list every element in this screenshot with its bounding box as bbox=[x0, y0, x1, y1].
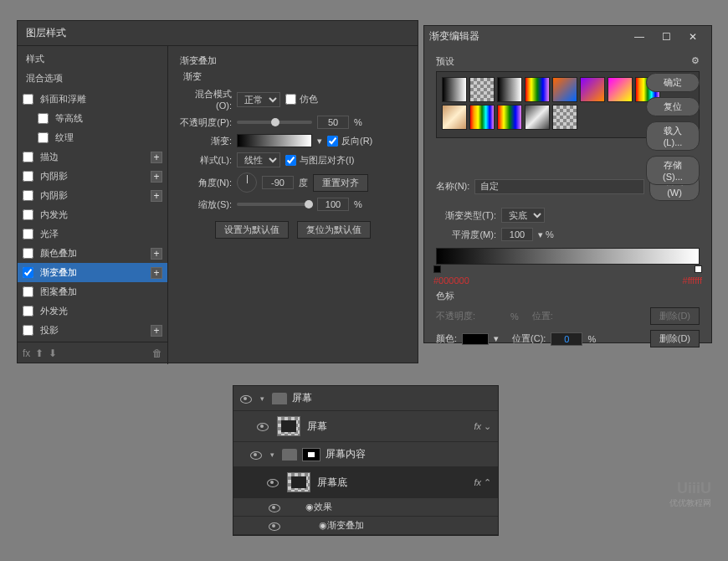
style-item[interactable]: 外发光 bbox=[18, 301, 167, 321]
style-item[interactable]: 内阴影+ bbox=[18, 186, 167, 205]
style-item[interactable]: 颜色叠加+ bbox=[18, 244, 167, 263]
preset-swatch[interactable] bbox=[497, 77, 522, 102]
add-effect-icon[interactable]: + bbox=[151, 325, 162, 337]
layer-item[interactable]: 屏幕 fx ⌄ bbox=[233, 411, 498, 442]
load-button[interactable]: 载入(L)... bbox=[646, 121, 700, 151]
minimize-icon[interactable]: — bbox=[626, 31, 653, 43]
preset-swatch[interactable] bbox=[552, 105, 577, 130]
visibility-icon[interactable] bbox=[267, 476, 279, 488]
scale-input[interactable] bbox=[317, 198, 349, 211]
style-checkbox[interactable] bbox=[23, 267, 33, 278]
ok-button[interactable]: 确定 bbox=[646, 73, 700, 92]
effects-row[interactable]: ◉ 效果 bbox=[233, 498, 498, 517]
style-checkbox[interactable] bbox=[23, 171, 33, 182]
color-stop-right[interactable] bbox=[695, 265, 702, 273]
color-stop-left[interactable] bbox=[433, 265, 441, 273]
style-item[interactable]: 斜面和浮雕 bbox=[18, 90, 167, 109]
layer-folder[interactable]: ▾ 屏幕 bbox=[233, 386, 498, 411]
close-icon[interactable]: ✕ bbox=[679, 31, 706, 43]
add-effect-icon[interactable]: + bbox=[151, 171, 162, 183]
style-checkbox[interactable] bbox=[23, 325, 33, 336]
style-item[interactable]: 纹理 bbox=[18, 128, 167, 147]
blend-options[interactable]: 混合选项 bbox=[18, 69, 167, 90]
down-icon[interactable]: ⬇ bbox=[49, 347, 57, 359]
reverse-checkbox[interactable] bbox=[327, 136, 338, 147]
fx-badge[interactable]: fx ⌃ bbox=[474, 477, 491, 488]
reset-default-button[interactable]: 复位为默认值 bbox=[297, 221, 371, 239]
presets-menu-icon[interactable]: ⚙ bbox=[691, 55, 700, 68]
style-checkbox[interactable] bbox=[23, 306, 33, 317]
make-default-button[interactable]: 设置为默认值 bbox=[215, 221, 289, 239]
style-item[interactable]: 内发光 bbox=[18, 205, 167, 224]
style-checkbox[interactable] bbox=[23, 229, 33, 239]
style-checkbox[interactable] bbox=[38, 113, 49, 124]
layer-folder[interactable]: ▾ 屏幕内容 bbox=[233, 442, 498, 467]
blend-mode-select[interactable]: 正常 bbox=[237, 92, 280, 107]
styles-header: 样式 bbox=[18, 46, 167, 69]
reset-button[interactable]: 复位 bbox=[646, 97, 700, 116]
delete-color-button[interactable]: 删除(D) bbox=[650, 330, 700, 347]
opacity-input[interactable] bbox=[317, 116, 349, 129]
smooth-input[interactable] bbox=[501, 228, 533, 241]
preset-swatch[interactable] bbox=[525, 77, 550, 102]
preset-swatch[interactable] bbox=[608, 77, 633, 102]
style-checkbox[interactable] bbox=[23, 190, 33, 201]
gradient-edit-bar[interactable]: #000000 #ffffff bbox=[436, 248, 700, 265]
fx-icon[interactable]: fx bbox=[23, 347, 30, 359]
angle-dial[interactable] bbox=[237, 172, 257, 193]
style-select[interactable]: 线性 bbox=[237, 152, 280, 167]
add-effect-icon[interactable]: + bbox=[151, 190, 162, 202]
preset-swatch[interactable] bbox=[552, 77, 577, 102]
align-checkbox[interactable] bbox=[285, 155, 296, 166]
style-item[interactable]: 描边+ bbox=[18, 147, 167, 167]
disclosure-icon[interactable]: ▾ bbox=[270, 450, 279, 459]
type-select[interactable]: 实底 bbox=[501, 208, 545, 223]
visibility-icon[interactable] bbox=[269, 520, 280, 532]
scale-slider[interactable] bbox=[237, 203, 312, 206]
effect-item[interactable]: ◉ 渐变叠加 bbox=[233, 517, 498, 535]
preset-swatch[interactable] bbox=[442, 77, 467, 102]
add-effect-icon[interactable]: + bbox=[151, 152, 162, 163]
visibility-icon[interactable] bbox=[269, 502, 280, 513]
add-effect-icon[interactable]: + bbox=[151, 248, 162, 260]
preset-swatch[interactable] bbox=[525, 105, 550, 130]
name-input[interactable] bbox=[474, 179, 644, 194]
preset-swatch[interactable] bbox=[442, 105, 467, 130]
dither-checkbox[interactable] bbox=[285, 94, 296, 105]
position-input[interactable] bbox=[551, 332, 582, 346]
visibility-icon[interactable] bbox=[250, 449, 262, 461]
folder-icon bbox=[282, 449, 297, 461]
style-item[interactable]: 等高线 bbox=[18, 109, 167, 128]
gradient-preview[interactable] bbox=[237, 134, 312, 147]
angle-input[interactable] bbox=[262, 176, 294, 189]
style-item[interactable]: 光泽 bbox=[18, 224, 167, 244]
reset-align-button[interactable]: 重置对齐 bbox=[313, 174, 368, 192]
delete-stop-button[interactable]: 删除(D) bbox=[650, 307, 700, 325]
preset-swatch[interactable] bbox=[497, 105, 522, 130]
style-item[interactable]: 内阴影+ bbox=[18, 167, 167, 186]
style-item[interactable]: 图案叠加 bbox=[18, 282, 167, 301]
style-checkbox[interactable] bbox=[23, 94, 33, 105]
up-icon[interactable]: ⬆ bbox=[35, 347, 44, 359]
opacity-slider[interactable] bbox=[237, 121, 312, 124]
style-checkbox[interactable] bbox=[23, 248, 33, 259]
style-checkbox[interactable] bbox=[23, 152, 33, 162]
preset-swatch[interactable] bbox=[580, 77, 605, 102]
preset-swatch[interactable] bbox=[469, 105, 495, 130]
trash-icon[interactable]: 🗑 bbox=[152, 347, 162, 359]
save-button[interactable]: 存储(S)... bbox=[646, 156, 700, 185]
style-item[interactable]: 投影+ bbox=[18, 321, 167, 340]
visibility-icon[interactable] bbox=[240, 393, 252, 404]
maximize-icon[interactable]: ☐ bbox=[653, 31, 679, 43]
visibility-icon[interactable] bbox=[257, 420, 269, 432]
style-checkbox[interactable] bbox=[23, 286, 33, 297]
add-effect-icon[interactable]: + bbox=[151, 267, 162, 279]
style-checkbox[interactable] bbox=[38, 132, 49, 143]
style-checkbox[interactable] bbox=[23, 209, 33, 220]
style-item[interactable]: 渐变叠加+ bbox=[18, 263, 167, 282]
disclosure-icon[interactable]: ▾ bbox=[260, 394, 269, 403]
fx-badge[interactable]: fx ⌄ bbox=[474, 421, 491, 432]
layer-item[interactable]: 屏幕底 fx ⌃ bbox=[233, 467, 498, 498]
preset-swatch[interactable] bbox=[469, 77, 495, 102]
color-well[interactable] bbox=[462, 333, 489, 345]
